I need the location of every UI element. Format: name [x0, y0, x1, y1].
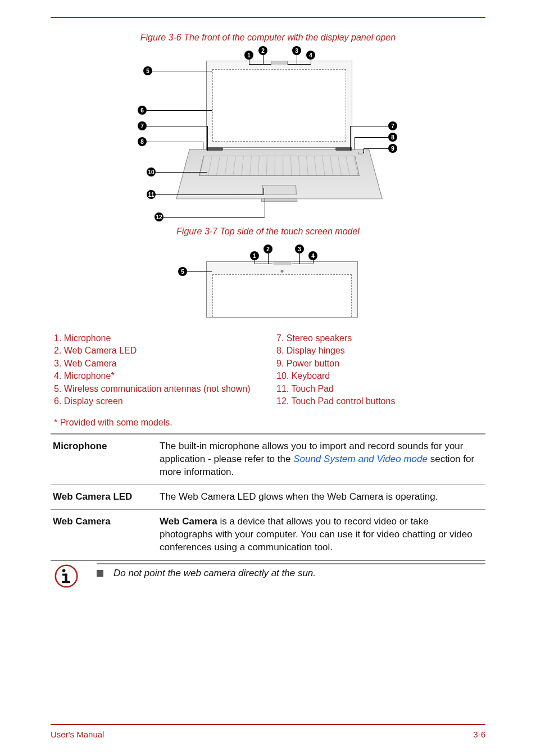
term: Web Camera [51, 510, 157, 560]
callout: 3 [292, 46, 301, 55]
legend: 1. Microphone 2. Web Camera LED 3. Web C… [51, 332, 485, 408]
footer: User's Manual 3-6 [51, 724, 485, 739]
callout: 5 [178, 267, 187, 276]
legend-item: 6. Display screen [54, 395, 260, 408]
bullet-icon [97, 570, 103, 577]
legend-item: 3. Web Camera [54, 357, 260, 370]
definition: The Web Camera LED glows when the Web Ca… [157, 485, 485, 510]
term: Web Camera LED [51, 485, 157, 510]
svg-rect-4 [62, 581, 70, 583]
callout: 12 [155, 212, 163, 221]
description-table: Microphone The built-in microphone allow… [51, 433, 485, 561]
info-icon [54, 564, 78, 588]
definition: The built-in microphone allows you to im… [157, 434, 485, 485]
sound-system-link[interactable]: Sound System and Video mode [293, 454, 428, 464]
callout: 10 [147, 168, 156, 176]
callout: 3 [295, 245, 304, 253]
header-rule [51, 17, 485, 18]
touch-screen-bezel [206, 261, 358, 318]
legend-item: 2. Web Camera LED [54, 345, 260, 357]
definition: Web Camera is a device that allows you t… [157, 510, 485, 560]
laptop-base [189, 149, 369, 211]
footer-left: User's Manual [51, 730, 104, 739]
callout: 11 [147, 190, 156, 199]
legend-item: 11. Touch Pad [276, 383, 482, 395]
legend-item: 10. Keyboard [276, 370, 482, 382]
callout: 1 [250, 251, 259, 260]
figure-1: 1 2 3 4 5 6 7 8 7 8 [51, 51, 485, 222]
callout: 8 [388, 133, 397, 142]
callout: 1 [244, 51, 253, 60]
legend-item: 4. Microphone* [54, 370, 260, 382]
callout: 2 [264, 245, 272, 253]
callout: 8 [138, 137, 147, 146]
figure-1-caption: Figure 3-6 The front of the computer wit… [51, 33, 485, 43]
svg-point-1 [62, 569, 66, 572]
legend-item: 12. Touch Pad control buttons [276, 395, 482, 408]
legend-item: 7. Stereo speakers [276, 332, 482, 345]
callout: 9 [388, 144, 397, 153]
figure-2-caption: Figure 3-7 Top side of the touch screen … [51, 227, 485, 237]
callout: 4 [306, 51, 315, 60]
info-note-text: Do not point the web camera directly at … [97, 563, 485, 579]
legend-item: 9. Power button [276, 357, 482, 370]
callout: 6 [138, 106, 147, 115]
info-note-row: Do not point the web camera directly at … [51, 563, 485, 588]
callout: 7 [138, 121, 147, 130]
legend-item: 1. Microphone [54, 332, 260, 345]
term: Microphone [51, 434, 157, 485]
callout: 4 [308, 251, 317, 260]
svg-rect-3 [65, 574, 67, 582]
callout: 2 [258, 46, 267, 55]
callout: 5 [143, 66, 152, 75]
callout: 7 [388, 121, 397, 130]
laptop-lid [206, 61, 352, 148]
footer-right: 3-6 [473, 730, 485, 739]
legend-item: 8. Display hinges [276, 345, 482, 357]
legend-item: 5. Wireless communication antennas (not … [54, 383, 260, 395]
models-note: * Provided with some models. [51, 418, 485, 428]
figure-2: 1 2 3 4 5 [51, 245, 485, 323]
